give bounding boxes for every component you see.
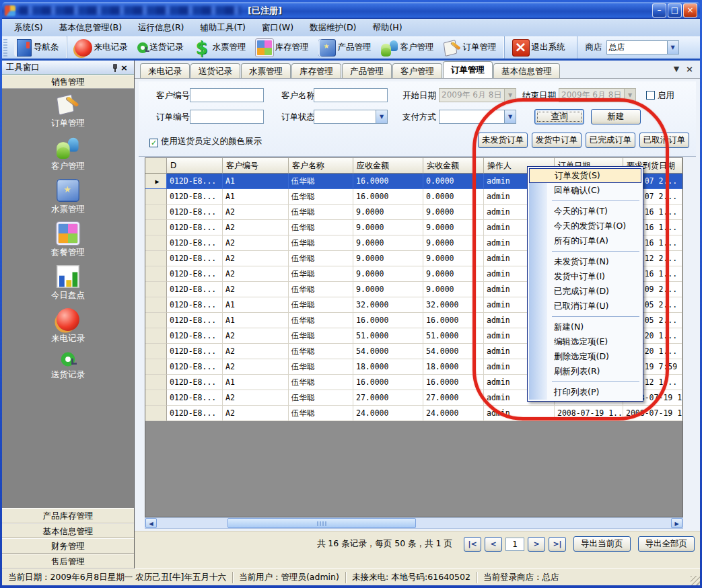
- start-date-picker[interactable]: 2009年 6月 8日 ▼: [439, 88, 516, 102]
- sidebar-section-button[interactable]: 售后管理: [2, 554, 134, 569]
- sidebar-item[interactable]: 送货记录: [51, 354, 85, 381]
- order-status-filter-button[interactable]: 已取消订单: [639, 133, 689, 148]
- sidebar-section-button[interactable]: 财务管理: [2, 538, 134, 554]
- pay-method-combo[interactable]: ▼: [439, 110, 516, 124]
- scrollbar-thumb[interactable]: [227, 518, 416, 528]
- menu-item[interactable]: 辅助工具(T): [192, 19, 254, 36]
- first-page-button[interactable]: |<: [464, 537, 481, 552]
- column-header[interactable]: 客户编号: [223, 158, 289, 174]
- toolbar-button[interactable]: 来电记录: [67, 36, 133, 59]
- context-menu-item[interactable]: 未发货订单(N): [529, 254, 641, 269]
- pin-icon[interactable]: [112, 63, 118, 72]
- column-header[interactable]: 实收金额: [423, 158, 484, 174]
- scrollbar-track[interactable]: [157, 518, 671, 528]
- tab[interactable]: 客户管理: [392, 63, 442, 78]
- order-status-filter-button[interactable]: 发货中订单: [532, 133, 582, 148]
- delivery-color-checkbox[interactable]: ✓: [149, 139, 158, 147]
- horizontal-scrollbar[interactable]: ◀ ▶: [145, 517, 683, 529]
- context-menu-item[interactable]: 今天的订单(T): [529, 204, 641, 219]
- sidebar-item[interactable]: 客户管理: [51, 139, 85, 172]
- row-selector-cell[interactable]: [145, 297, 167, 313]
- next-page-button[interactable]: >: [528, 537, 545, 552]
- enable-checkbox[interactable]: [646, 91, 655, 100]
- row-selector-cell[interactable]: [145, 205, 167, 220]
- order-no-input[interactable]: [190, 110, 264, 124]
- chevron-down-icon[interactable]: ▼: [376, 110, 387, 123]
- context-menu-item[interactable]: 已完成订单(D): [529, 284, 641, 299]
- sidebar-section-button[interactable]: 基本信息管理: [2, 523, 134, 539]
- tab[interactable]: 产品管理: [342, 63, 392, 78]
- toolbar-button[interactable]: 订单管理: [439, 36, 501, 59]
- order-status-filter-button[interactable]: 未发货订单: [478, 133, 528, 148]
- query-button[interactable]: 查询: [534, 109, 584, 124]
- customer-no-input[interactable]: [190, 88, 264, 102]
- toolbar-button[interactable]: 送货记录: [133, 36, 188, 59]
- menu-item[interactable]: 帮助(H): [364, 19, 410, 36]
- menu-item[interactable]: 系统(S): [6, 19, 51, 36]
- context-menu-item[interactable]: 删除选定项(D): [529, 349, 641, 364]
- toolbar-button[interactable]: 产品管理: [314, 36, 376, 59]
- order-status-combo[interactable]: ▼: [314, 110, 388, 124]
- chevron-down-icon[interactable]: ▼: [504, 89, 516, 102]
- context-menu-item[interactable]: 订单发货(S): [529, 168, 641, 183]
- row-selector-cell[interactable]: [145, 313, 167, 328]
- row-selector-cell[interactable]: [145, 344, 167, 359]
- order-status-filter-button[interactable]: 已完成订单: [586, 133, 635, 148]
- toolbar-grip[interactable]: [3, 39, 7, 57]
- row-selector-cell[interactable]: [145, 251, 167, 266]
- context-menu-item[interactable]: 所有的订单(A): [529, 233, 641, 248]
- row-selector-cell[interactable]: [145, 235, 167, 251]
- tab[interactable]: 基本信息管理: [493, 63, 560, 78]
- row-selector-cell[interactable]: [145, 189, 167, 205]
- toolbar-button[interactable]: 导航条: [9, 36, 64, 59]
- row-selector-cell[interactable]: [145, 220, 167, 235]
- column-header[interactable]: 应收金额: [353, 158, 423, 174]
- sidebar-item[interactable]: 水票管理: [51, 182, 85, 215]
- menu-item[interactable]: 基本信息管理(B): [51, 19, 130, 36]
- toolbar-button[interactable]: 退出系统: [504, 36, 570, 59]
- row-selector-cell[interactable]: [145, 406, 167, 421]
- close-icon[interactable]: ×: [118, 63, 130, 73]
- column-header[interactable]: 客户名称: [289, 158, 353, 174]
- close-button[interactable]: ×: [683, 3, 697, 17]
- row-selector-cell[interactable]: [145, 390, 167, 406]
- tab-close-icon[interactable]: ×: [686, 64, 693, 74]
- tab[interactable]: 来电记录: [140, 63, 190, 78]
- row-selector-cell[interactable]: [145, 328, 167, 344]
- restore-button[interactable]: □: [668, 3, 682, 17]
- chevron-down-icon[interactable]: ▼: [624, 89, 635, 102]
- context-menu-item[interactable]: 打印列表(P): [529, 385, 641, 400]
- customer-name-input[interactable]: [314, 88, 388, 102]
- context-menu-item[interactable]: 回单确认(C): [529, 183, 641, 198]
- table-row[interactable]: 012D-E8... A2 伍华聪 24.0000 24.0000 admin …: [145, 406, 682, 421]
- row-selector-cell[interactable]: ▶: [145, 174, 167, 189]
- context-menu-item[interactable]: 编辑选定项(E): [529, 334, 641, 349]
- new-button[interactable]: 新建: [591, 109, 641, 124]
- tab-scroll-icon[interactable]: ▼: [674, 65, 679, 73]
- context-menu-item[interactable]: 今天的发货订单(O): [529, 219, 641, 233]
- chevron-down-icon[interactable]: ▼: [667, 41, 678, 54]
- export-current-page-button[interactable]: 导出当前页: [573, 536, 631, 552]
- sidebar-item[interactable]: 今日盘点: [51, 268, 85, 301]
- row-selector-cell[interactable]: [145, 359, 167, 375]
- sidebar-section-button[interactable]: 产品库存管理: [2, 508, 134, 523]
- export-all-pages-button[interactable]: 导出全部页: [638, 536, 695, 552]
- resize-grip[interactable]: [691, 576, 700, 585]
- scroll-right-icon[interactable]: ▶: [671, 518, 682, 528]
- sidebar-item[interactable]: 来电记录: [51, 311, 85, 344]
- toolbar-button[interactable]: 客户管理: [376, 36, 439, 59]
- prev-page-button[interactable]: <: [485, 537, 502, 552]
- toolbar-button[interactable]: 库存管理: [251, 36, 314, 59]
- tab[interactable]: 送货记录: [190, 63, 240, 78]
- tab[interactable]: 订单管理: [443, 61, 493, 78]
- context-menu-item[interactable]: 新建(N): [529, 320, 641, 334]
- sidebar-item[interactable]: 套餐管理: [51, 225, 85, 258]
- scroll-left-icon[interactable]: ◀: [145, 518, 157, 528]
- chevron-down-icon[interactable]: ▼: [504, 110, 516, 123]
- menu-item[interactable]: 运行信息(R): [130, 19, 192, 36]
- column-header[interactable]: D: [167, 158, 223, 174]
- context-menu-item[interactable]: 刷新列表(R): [529, 364, 641, 379]
- row-selector-cell[interactable]: [145, 282, 167, 297]
- page-number-input[interactable]: [505, 538, 524, 551]
- context-menu-item[interactable]: 已取消订单(U): [529, 299, 641, 314]
